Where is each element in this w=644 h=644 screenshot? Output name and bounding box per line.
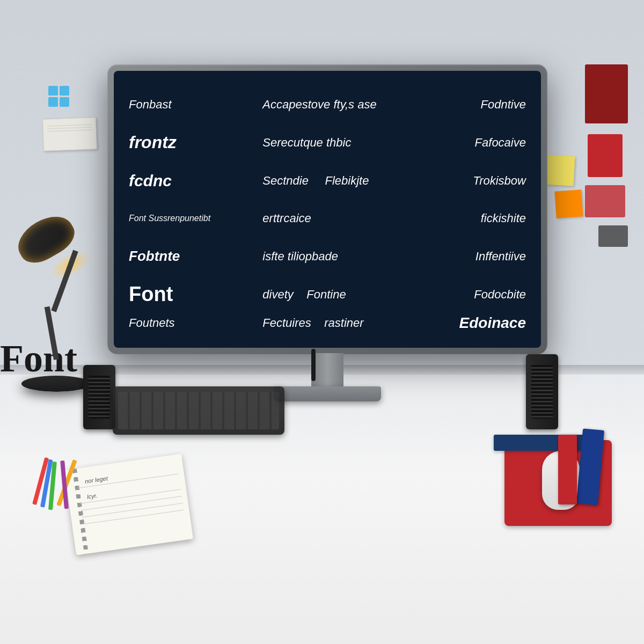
- keyboard: [113, 386, 284, 435]
- font-word-fonbast: Fonbast: [129, 98, 258, 112]
- book-red: [558, 435, 577, 504]
- monitor-base: [274, 386, 381, 401]
- speaker-left: [83, 365, 115, 429]
- monitor: Fonbast Accapestove fty,s ase Fodntive f…: [107, 64, 547, 397]
- monitor-neck: [311, 353, 343, 391]
- grid-cell: [48, 97, 58, 107]
- font-word-fectuires-rastiner: Fectuires rastiner: [262, 316, 392, 330]
- font-word-frontz: frontz: [129, 133, 258, 152]
- grid-cell: [71, 108, 80, 118]
- font-word-fontsussren: Font Sussrenpunetibt: [129, 214, 258, 223]
- font-word-foutnets: Foutnets: [129, 316, 258, 330]
- font-word-edoinace: Edoinace: [397, 314, 526, 332]
- lamp-arm-lower: [45, 306, 59, 360]
- screen-content: Fonbast Accapestove fty,s ase Fodntive f…: [114, 71, 541, 348]
- monitor-frame: Fonbast Accapestove fty,s ase Fodntive f…: [107, 64, 547, 354]
- sticky-note-yellow: [544, 155, 575, 186]
- sticky-note-orange: [554, 189, 583, 218]
- font-word-isfte: isfte tiliopbade: [262, 250, 392, 264]
- font-word-fickishite: fickishite: [397, 211, 526, 225]
- font-word-erttrcaice: erttrcaice: [262, 211, 392, 225]
- monitor-cable: [311, 349, 316, 381]
- wall-paper-note: [42, 117, 97, 151]
- font-word-trokisbow: Trokisbow: [397, 174, 526, 188]
- grid-cell: [71, 97, 80, 107]
- grid-cell: [48, 86, 58, 96]
- font-word-accapestove: Accapestove fty,s ase: [262, 98, 392, 112]
- font-word-fodntive: Fodntive: [397, 98, 526, 112]
- grid-cell: [48, 108, 58, 118]
- color-block-dark: [598, 225, 628, 247]
- notebook-lines: nor leget lcyr.: [77, 465, 187, 548]
- grid-cell: [82, 86, 92, 96]
- font-word-fodocbite: Fodocbite: [397, 288, 526, 302]
- color-block-red: [588, 134, 623, 177]
- pencils: [27, 494, 91, 515]
- font-word-divety-fontine: divety Fontine: [262, 288, 392, 302]
- grid-cell: [71, 86, 80, 96]
- font-word-inffentiive: Inffentiive: [397, 250, 526, 264]
- font-word-fafocaive: Fafocaive: [397, 136, 526, 150]
- lamp-base: [21, 376, 91, 392]
- wall-grid: [48, 86, 92, 118]
- grid-cell: [60, 108, 69, 118]
- font-word-serecutque: Serecutque thbic: [262, 136, 392, 150]
- grid-cell: [82, 97, 92, 107]
- font-word-sectndie: Sectndie Flebikjte: [262, 174, 392, 188]
- font-word-font: Font: [129, 283, 258, 306]
- grid-cell: [60, 97, 69, 107]
- monitor-screen: Fonbast Accapestove fty,s ase Fodntive f…: [114, 71, 541, 348]
- font-word-fobtnte: Fobtnte: [129, 248, 258, 265]
- font-word-fcdnc: fcdnc: [129, 172, 258, 190]
- color-block-dark-red: [585, 64, 628, 123]
- grid-cell: [82, 108, 92, 118]
- color-block-red-2: [585, 185, 625, 217]
- speaker-right: [526, 354, 558, 429]
- grid-cell: [60, 86, 69, 96]
